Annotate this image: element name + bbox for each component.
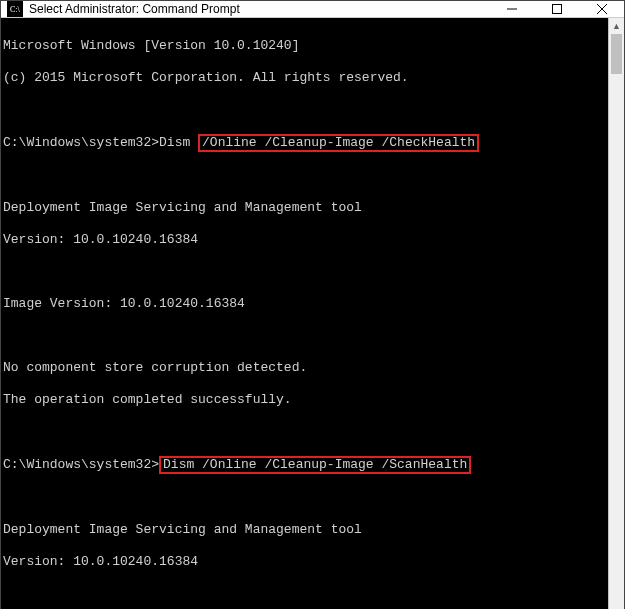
- cmd-icon: C:\: [7, 1, 23, 17]
- prompt-line: C:\Windows\system32>Dism /Online /Cleanu…: [3, 456, 606, 474]
- output-line: Version: 10.0.10240.16384: [3, 232, 606, 248]
- svg-text:C:\: C:\: [10, 5, 21, 14]
- close-button[interactable]: [579, 1, 624, 17]
- terminal-output[interactable]: Microsoft Windows [Version 10.0.10240] (…: [1, 18, 608, 609]
- client-area: Microsoft Windows [Version 10.0.10240] (…: [1, 18, 624, 609]
- highlight-checkhealth: /Online /Cleanup-Image /CheckHealth: [198, 134, 479, 152]
- maximize-button[interactable]: [534, 1, 579, 17]
- highlight-scanhealth: Dism /Online /Cleanup-Image /ScanHealth: [159, 456, 471, 474]
- output-line: Deployment Image Servicing and Managemen…: [3, 522, 606, 538]
- scroll-thumb[interactable]: [611, 34, 622, 74]
- output-line: No component store corruption detected.: [3, 360, 606, 376]
- output-line: The operation completed successfully.: [3, 392, 606, 408]
- window-controls: [489, 1, 624, 17]
- output-line: (c) 2015 Microsoft Corporation. All righ…: [3, 70, 606, 86]
- output-line: Microsoft Windows [Version 10.0.10240]: [3, 38, 606, 54]
- window-title: Select Administrator: Command Prompt: [29, 2, 489, 16]
- output-line: Version: 10.0.10240.16384: [3, 554, 606, 570]
- scroll-up-arrow[interactable]: ▲: [609, 18, 624, 34]
- command-prompt-window: C:\ Select Administrator: Command Prompt…: [0, 0, 625, 609]
- prompt-line: C:\Windows\system32>Dism /Online /Cleanu…: [3, 134, 606, 152]
- minimize-button[interactable]: [489, 1, 534, 17]
- vertical-scrollbar[interactable]: ▲ ▼: [608, 18, 624, 609]
- output-line: Deployment Image Servicing and Managemen…: [3, 200, 606, 216]
- titlebar[interactable]: C:\ Select Administrator: Command Prompt: [1, 1, 624, 18]
- svg-rect-3: [552, 5, 561, 14]
- output-line: Image Version: 10.0.10240.16384: [3, 296, 606, 312]
